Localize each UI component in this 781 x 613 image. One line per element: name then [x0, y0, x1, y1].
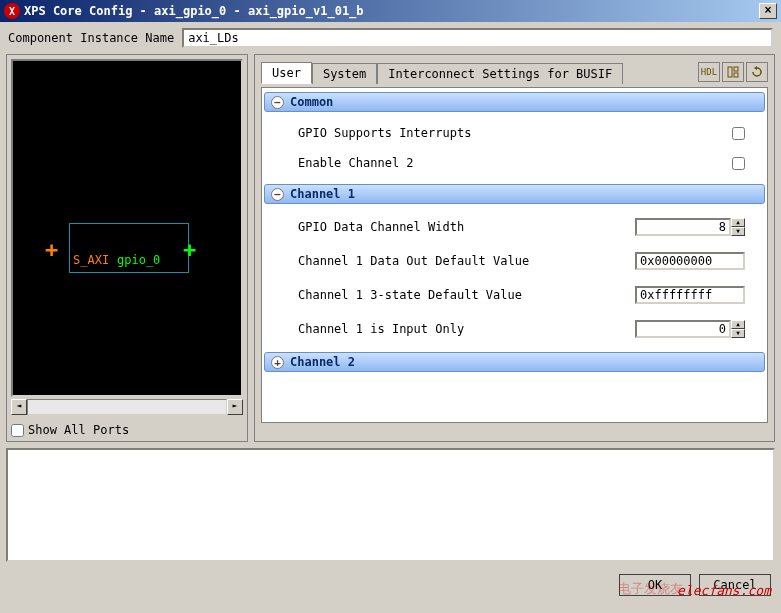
label-gpio-interrupts: GPIO Supports Interrupts — [298, 126, 732, 140]
ok-button[interactable]: OK — [619, 574, 691, 596]
row-gpio-interrupts: GPIO Supports Interrupts — [264, 118, 765, 148]
input-dataout-default[interactable] — [635, 252, 745, 270]
show-all-ports-label: Show All Ports — [28, 423, 129, 437]
port-connector-left-icon: + — [45, 237, 58, 262]
dialog-button-row: 电子发烧友 OK Cancel elecfans.com — [0, 568, 781, 602]
instance-name-label: Component Instance Name — [8, 31, 174, 45]
row-input-only: Channel 1 is Input Only ▲ ▼ — [264, 312, 765, 346]
checkbox-gpio-interrupts[interactable] — [732, 127, 745, 140]
port-label-left: S_AXI — [73, 253, 109, 267]
layout-icon[interactable] — [722, 62, 744, 82]
tab-system[interactable]: System — [312, 63, 377, 84]
port-label-right: gpio_0 — [117, 253, 160, 267]
section-header-channel2[interactable]: + Channel 2 — [264, 352, 765, 372]
tab-user[interactable]: User — [261, 62, 312, 84]
label-tristate-default: Channel 1 3-state Default Value — [298, 288, 635, 302]
show-all-ports-row[interactable]: Show All Ports — [11, 423, 243, 437]
app-icon: X — [4, 3, 20, 19]
schematic-canvas[interactable]: + + S_AXI gpio_0 — [11, 59, 243, 397]
row-dataout-default: Channel 1 Data Out Default Value — [264, 244, 765, 278]
svg-rect-1 — [734, 67, 738, 71]
close-button[interactable]: × — [759, 3, 777, 19]
instance-name-input[interactable] — [182, 28, 773, 48]
tab-content-user: − Common GPIO Supports Interrupts Enable… — [261, 87, 768, 423]
checkbox-enable-ch2[interactable] — [732, 157, 745, 170]
expand-icon[interactable]: + — [271, 356, 284, 369]
instance-name-row: Component Instance Name — [0, 22, 781, 54]
section-body-common: GPIO Supports Interrupts Enable Channel … — [264, 114, 765, 182]
section-body-channel1: GPIO Data Channel Width ▲ ▼ Channel 1 Da… — [264, 206, 765, 350]
spin-up-icon[interactable]: ▲ — [731, 320, 745, 329]
row-tristate-default: Channel 1 3-state Default Value — [264, 278, 765, 312]
row-enable-ch2: Enable Channel 2 — [264, 148, 765, 178]
svg-rect-2 — [734, 73, 738, 77]
input-input-only[interactable] — [635, 320, 731, 338]
show-all-ports-checkbox[interactable] — [11, 424, 24, 437]
spin-down-icon[interactable]: ▼ — [731, 329, 745, 338]
spin-up-icon[interactable]: ▲ — [731, 218, 745, 227]
section-title-common: Common — [290, 95, 333, 109]
label-enable-ch2: Enable Channel 2 — [298, 156, 732, 170]
tab-bar: User System Interconnect Settings for BU… — [261, 61, 768, 83]
schematic-panel: + + S_AXI gpio_0 ◄ ► Show All Ports — [6, 54, 248, 442]
scroll-right-button[interactable]: ► — [227, 399, 243, 415]
scroll-track[interactable] — [27, 399, 227, 415]
output-pane — [6, 448, 775, 562]
spin-down-icon[interactable]: ▼ — [731, 227, 745, 236]
input-data-width[interactable] — [635, 218, 731, 236]
section-header-common[interactable]: − Common — [264, 92, 765, 112]
scroll-left-button[interactable]: ◄ — [11, 399, 27, 415]
input-tristate-default[interactable] — [635, 286, 745, 304]
label-dataout-default: Channel 1 Data Out Default Value — [298, 254, 635, 268]
title-bar: X XPS Core Config - axi_gpio_0 - axi_gpi… — [0, 0, 781, 22]
label-input-only: Channel 1 is Input Only — [298, 322, 635, 336]
row-data-width: GPIO Data Channel Width ▲ ▼ — [264, 210, 765, 244]
section-header-channel1[interactable]: − Channel 1 — [264, 184, 765, 204]
collapse-icon[interactable]: − — [271, 96, 284, 109]
tab-interconnect[interactable]: Interconnect Settings for BUSIF — [377, 63, 623, 84]
hdl-button[interactable]: HDL — [698, 62, 720, 82]
port-connector-right-icon: + — [183, 237, 196, 262]
cancel-button[interactable]: Cancel — [699, 574, 771, 596]
schematic-scroll-horizontal[interactable]: ◄ ► — [11, 399, 243, 415]
section-title-channel1: Channel 1 — [290, 187, 355, 201]
collapse-icon[interactable]: − — [271, 188, 284, 201]
refresh-icon[interactable] — [746, 62, 768, 82]
window-title: XPS Core Config - axi_gpio_0 - axi_gpio_… — [24, 4, 364, 18]
label-data-width: GPIO Data Channel Width — [298, 220, 635, 234]
config-panel: User System Interconnect Settings for BU… — [254, 54, 775, 442]
section-title-channel2: Channel 2 — [290, 355, 355, 369]
svg-rect-0 — [728, 67, 732, 77]
